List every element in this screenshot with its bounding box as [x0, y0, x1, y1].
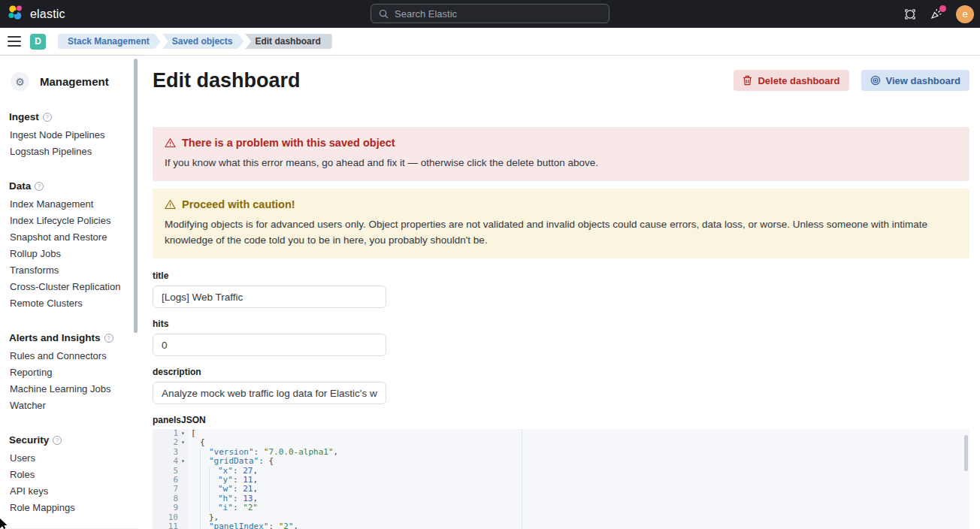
- sidebar-scrollbar[interactable]: [134, 59, 138, 333]
- top-navigation-bar: elastic Search Elastic e: [0, 0, 980, 28]
- indent-guide: [200, 503, 209, 512]
- code-line[interactable]: 6"y": 11,: [153, 476, 969, 485]
- elastic-logo-icon: [8, 5, 24, 24]
- breadcrumb-saved-objects[interactable]: Saved objects: [162, 34, 244, 49]
- app-badge[interactable]: D: [30, 34, 46, 50]
- inspect-icon: [870, 75, 881, 86]
- notification-dot: [939, 5, 946, 12]
- search-placeholder: Search Elastic: [395, 8, 457, 20]
- sidebar-section-title: Ingest?: [9, 111, 130, 122]
- panels-json-editor[interactable]: 1▾[2▾{3"version": "7.0.0-alpha1",4▾"grid…: [153, 429, 969, 529]
- management-sidebar: ⚙ Management Ingest?Ingest Node Pipeline…: [0, 56, 139, 528]
- delete-dashboard-label: Delete dashboard: [758, 75, 839, 86]
- line-number: 4: [173, 457, 178, 466]
- sidebar-item-index-lifecycle-policies[interactable]: Index Lifecycle Policies: [9, 213, 130, 229]
- code-line[interactable]: 3"version": "7.0.0-alpha1",: [153, 448, 969, 457]
- breadcrumb-stack-management[interactable]: Stack Management: [58, 34, 161, 49]
- description-field-label: description: [153, 367, 969, 377]
- sidebar-item-logstash-pipelines[interactable]: Logstash Pipelines: [9, 144, 130, 160]
- sidebar-item-machine-learning-jobs[interactable]: Machine Learning Jobs: [9, 381, 130, 398]
- sidebar-item-reporting[interactable]: Reporting: [9, 364, 130, 381]
- editor-scrollbar[interactable]: [964, 435, 968, 471]
- indent-guide: [200, 485, 209, 494]
- sidebar-title: Management: [40, 75, 109, 88]
- sidebar-item-cross-cluster-replication[interactable]: Cross-Cluster Replication: [9, 279, 130, 295]
- indent-guide: [209, 476, 218, 485]
- user-avatar[interactable]: e: [956, 5, 974, 23]
- indent-guide: [209, 467, 218, 476]
- sidebar-item-index-management[interactable]: Index Management: [9, 196, 130, 213]
- sidebar-section-title: Alerts and Insights?: [9, 332, 130, 343]
- help-icon: ?: [43, 113, 52, 122]
- sidebar-sections: Ingest?Ingest Node PipelinesLogstash Pip…: [9, 111, 130, 516]
- fold-arrow-icon[interactable]: ▾: [178, 438, 188, 447]
- search-icon: [379, 9, 389, 19]
- deployment-icon[interactable]: [903, 8, 917, 21]
- sidebar-item-rollup-jobs[interactable]: Rollup Jobs: [9, 246, 130, 262]
- gear-icon: ⚙: [11, 72, 29, 91]
- caution-callout-body: Modifying objects is for advanced users …: [165, 216, 957, 248]
- indent-guide: [200, 494, 209, 503]
- caution-callout: Proceed with caution! Modifying objects …: [153, 189, 969, 258]
- line-number: 11: [168, 522, 178, 529]
- sidebar-item-users[interactable]: Users: [9, 450, 130, 467]
- sidebar-section-title: Data?: [9, 180, 130, 192]
- view-dashboard-label: View dashboard: [886, 75, 960, 86]
- sidebar-item-watcher[interactable]: Watcher: [9, 398, 130, 414]
- breadcrumb: Stack ManagementSaved objectsEdit dashbo…: [58, 34, 334, 49]
- hits-field-label: hits: [153, 319, 969, 329]
- sidebar-item-api-keys[interactable]: API keys: [9, 483, 130, 500]
- sidebar-item-rules-and-connectors[interactable]: Rules and Connectors: [9, 348, 130, 364]
- newsfeed-icon[interactable]: [930, 8, 943, 21]
- sidebar-item-remote-clusters[interactable]: Remote Clusters: [9, 295, 130, 312]
- indent-guide: [209, 485, 218, 494]
- indent-guide: [200, 476, 209, 485]
- line-number: 9: [173, 503, 178, 512]
- help-icon: ?: [35, 182, 44, 191]
- fold-arrow-icon[interactable]: ▾: [178, 429, 188, 438]
- title-field[interactable]: [153, 286, 386, 308]
- indent-guide: [200, 467, 209, 476]
- title-field-label: title: [153, 271, 969, 281]
- page-title: Edit dashboard: [153, 69, 301, 92]
- indent-guide: [209, 494, 218, 503]
- global-search-input[interactable]: Search Elastic: [371, 4, 609, 23]
- main-content: Edit dashboard Delete dashboard: [139, 56, 980, 528]
- sidebar-item-role-mappings[interactable]: Role Mappings: [9, 500, 130, 516]
- line-number: 2: [173, 438, 178, 447]
- sidebar-item-transforms[interactable]: Transforms: [9, 262, 130, 279]
- sidebar-item-roles[interactable]: Roles: [9, 467, 130, 483]
- code-line[interactable]: 8"h": 13,: [153, 494, 969, 503]
- code-line[interactable]: 7"w": 21,: [153, 485, 969, 494]
- breadcrumb-bar: D Stack ManagementSaved objectsEdit dash…: [0, 28, 980, 56]
- alert-icon: [165, 138, 176, 148]
- breadcrumb-edit-dashboard: Edit dashboard: [245, 34, 331, 49]
- elastic-brand[interactable]: elastic: [0, 5, 65, 24]
- indent-guide: [200, 522, 209, 529]
- menu-icon[interactable]: [8, 36, 21, 47]
- code-line[interactable]: 5"x": 27,: [153, 467, 969, 476]
- indent-guide: [200, 513, 209, 522]
- help-icon: ?: [104, 334, 113, 343]
- fold-arrow-icon[interactable]: ▾: [178, 457, 188, 466]
- code-line[interactable]: 4▾"gridData": {: [153, 457, 969, 466]
- description-field[interactable]: [153, 382, 386, 404]
- error-callout-body: If you know what this error means, go ah…: [165, 155, 957, 171]
- delete-dashboard-button[interactable]: Delete dashboard: [733, 70, 848, 91]
- mouse-cursor: [0, 518, 9, 529]
- code-line[interactable]: 1▾[: [153, 429, 969, 438]
- trash-icon: [743, 75, 752, 86]
- code-line[interactable]: 9"i": "2": [153, 503, 969, 512]
- line-number: 7: [173, 485, 178, 494]
- sidebar-section-title: Security?: [9, 434, 130, 446]
- hits-field[interactable]: [153, 334, 386, 356]
- caution-callout-title: Proceed with caution!: [182, 198, 295, 210]
- view-dashboard-button[interactable]: View dashboard: [861, 70, 969, 91]
- warning-icon: [165, 199, 176, 210]
- brand-name: elastic: [30, 8, 65, 21]
- sidebar-item-snapshot-and-restore[interactable]: Snapshot and Restore: [9, 229, 130, 246]
- sidebar-item-ingest-node-pipelines[interactable]: Ingest Node Pipelines: [9, 127, 130, 144]
- sidebar-header: ⚙ Management: [11, 72, 130, 91]
- help-icon: ?: [53, 436, 62, 445]
- code-line[interactable]: 11"panelIndex": "2",: [153, 522, 969, 529]
